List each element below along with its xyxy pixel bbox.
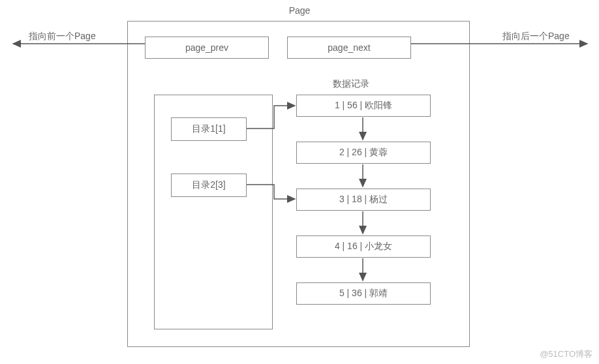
directory-entry: 目录2[3] bbox=[171, 174, 247, 197]
page-title: Page bbox=[0, 5, 599, 16]
data-record: 5 | 36 | 郭靖 bbox=[296, 282, 431, 305]
data-record: 4 | 16 | 小龙女 bbox=[296, 235, 431, 258]
data-record: 3 | 18 | 杨过 bbox=[296, 189, 431, 211]
page-prev-node: page_prev bbox=[145, 37, 269, 59]
records-column: 1 | 56 | 欧阳锋 2 | 26 | 黄蓉 3 | 18 | 杨过 4 |… bbox=[296, 95, 431, 329]
directory-entry: 目录1[1] bbox=[171, 117, 247, 141]
watermark: @51CTO博客 bbox=[540, 348, 592, 360]
records-title: 数据记录 bbox=[333, 78, 369, 90]
prev-page-label: 指向前一个Page bbox=[29, 31, 96, 42]
data-record: 2 | 26 | 黄蓉 bbox=[296, 142, 431, 164]
page-next-node: page_next bbox=[287, 37, 411, 59]
next-page-label: 指向后一个Page bbox=[502, 31, 570, 42]
data-record: 1 | 56 | 欧阳锋 bbox=[296, 95, 431, 117]
